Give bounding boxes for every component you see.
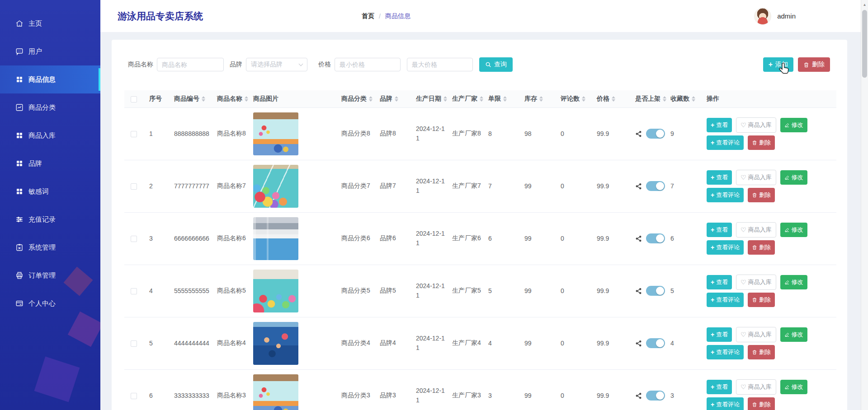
sidebar-item-home[interactable]: 主页	[0, 9, 100, 37]
share-icon[interactable]	[635, 235, 642, 242]
on-shelf-toggle[interactable]	[646, 129, 665, 139]
delete-row-button[interactable]: 删除	[748, 188, 775, 202]
brand-select[interactable]: 请选择品牌	[246, 58, 307, 71]
cell-date: 2024-12-11	[411, 160, 448, 212]
cell-index: 1	[145, 107, 170, 160]
max-price-input[interactable]	[407, 58, 473, 71]
sort-icon[interactable]	[663, 96, 666, 102]
edit-button[interactable]: 修改	[780, 118, 807, 132]
view-button[interactable]: +查看	[707, 170, 732, 185]
sidebar-item-brand[interactable]: 品牌	[0, 149, 100, 177]
share-icon[interactable]	[635, 183, 642, 190]
cell-favorites: 5	[666, 265, 702, 317]
sidebar-item-users[interactable]: 用户	[0, 37, 100, 65]
view-comments-button[interactable]: +查看评论	[707, 345, 744, 359]
on-shelf-toggle[interactable]	[646, 181, 665, 191]
min-price-input[interactable]	[335, 58, 401, 71]
trash-icon	[752, 245, 757, 250]
sidebar-item-product-info[interactable]: 商品信息	[0, 65, 100, 93]
delete-row-button[interactable]: 删除	[748, 293, 775, 307]
edit-button[interactable]: 修改	[780, 170, 807, 185]
sidebar-item-personal-center[interactable]: 个人中心	[0, 289, 100, 317]
sort-icon[interactable]	[582, 96, 585, 102]
edit-button[interactable]: 修改	[780, 223, 807, 237]
delete-row-button[interactable]: 删除	[748, 345, 775, 359]
view-button[interactable]: +查看	[707, 118, 732, 132]
view-button[interactable]: +查看	[707, 380, 732, 394]
sort-icon[interactable]	[369, 96, 373, 102]
sidebar-item-sensitive-words[interactable]: 敏感词	[0, 177, 100, 205]
cell-comments: 0	[556, 160, 592, 212]
batch-delete-button[interactable]: 删除	[798, 57, 830, 72]
table-row: 3 6666666666 商品名称6 商品分类6 品牌6 2024-12-11 …	[124, 212, 836, 265]
avatar[interactable]	[754, 8, 771, 25]
sort-icon[interactable]	[480, 96, 483, 102]
share-icon[interactable]	[635, 130, 642, 137]
scroll-up-icon[interactable]: ▲	[861, 0, 868, 7]
cell-comments: 0	[556, 212, 592, 265]
row-checkbox[interactable]	[131, 393, 137, 399]
sidebar-item-recharge-records[interactable]: 充值记录	[0, 205, 100, 233]
sort-icon[interactable]	[692, 96, 695, 102]
sidebar-item-product-category[interactable]: 商品分类	[0, 93, 100, 121]
row-checkbox[interactable]	[131, 183, 137, 190]
view-button[interactable]: +查看	[707, 327, 732, 342]
sidebar-item-label: 充值记录	[28, 215, 56, 224]
share-icon[interactable]	[635, 288, 642, 294]
name-filter-label: 商品名称	[128, 61, 153, 69]
view-comments-button[interactable]: +查看评论	[707, 188, 744, 202]
content-area: 商品名称 品牌 请选择品牌 价格 查询 + 添加	[100, 32, 868, 410]
stock-in-button[interactable]: ♡商品入库	[736, 117, 776, 133]
col-index: 序号	[145, 90, 170, 107]
select-all-checkbox[interactable]	[131, 96, 137, 102]
cell-on-shelf	[635, 286, 666, 296]
sidebar-item-system-management[interactable]: 系统管理	[0, 233, 100, 261]
stock-in-button[interactable]: ♡商品入库	[736, 327, 776, 342]
row-checkbox[interactable]	[131, 236, 137, 242]
view-comments-button[interactable]: +查看评论	[707, 135, 744, 150]
edit-button[interactable]: 修改	[780, 275, 807, 289]
sidebar-item-order-management[interactable]: 订单管理	[0, 261, 100, 289]
search-button[interactable]: 查询	[479, 57, 513, 72]
share-icon[interactable]	[635, 340, 642, 347]
scrollbar-thumb[interactable]	[862, 10, 867, 78]
grid-icon	[15, 159, 24, 168]
delete-row-button[interactable]: 删除	[748, 135, 775, 150]
share-icon[interactable]	[635, 392, 642, 399]
add-button[interactable]: + 添加	[763, 57, 793, 72]
breadcrumb-home-link[interactable]: 首页	[362, 12, 374, 20]
sort-icon[interactable]	[503, 96, 507, 102]
edit-button[interactable]: 修改	[780, 327, 807, 342]
row-checkbox[interactable]	[131, 340, 137, 347]
row-checkbox[interactable]	[131, 288, 137, 294]
on-shelf-toggle[interactable]	[646, 286, 665, 296]
sidebar-item-product-stock-in[interactable]: 商品入库	[0, 121, 100, 149]
grid-icon	[15, 187, 24, 196]
stock-in-button[interactable]: ♡商品入库	[736, 222, 776, 238]
on-shelf-toggle[interactable]	[646, 391, 665, 401]
row-checkbox[interactable]	[131, 131, 137, 137]
edit-icon	[784, 175, 790, 180]
view-comments-button[interactable]: +查看评论	[707, 240, 744, 255]
sort-icon[interactable]	[202, 96, 205, 102]
view-button[interactable]: +查看	[707, 223, 732, 237]
view-button[interactable]: +查看	[707, 275, 732, 289]
sort-icon[interactable]	[395, 96, 398, 102]
edit-button[interactable]: 修改	[780, 380, 807, 394]
on-shelf-toggle[interactable]	[646, 233, 665, 243]
sort-icon[interactable]	[539, 96, 543, 102]
on-shelf-toggle[interactable]	[646, 338, 665, 348]
name-filter-input[interactable]	[157, 58, 224, 71]
delete-row-button[interactable]: 删除	[748, 240, 775, 255]
view-comments-button[interactable]: +查看评论	[707, 397, 744, 410]
stock-in-button[interactable]: ♡商品入库	[736, 379, 776, 395]
sort-icon[interactable]	[245, 96, 248, 102]
view-comments-button[interactable]: +查看评论	[707, 293, 744, 307]
sort-icon[interactable]	[443, 96, 447, 102]
page-scrollbar[interactable]: ▲	[861, 0, 868, 410]
sidebar-item-label: 商品信息	[28, 75, 56, 84]
stock-in-button[interactable]: ♡商品入库	[736, 275, 776, 290]
stock-in-button[interactable]: ♡商品入库	[736, 170, 776, 185]
sort-icon[interactable]	[612, 96, 615, 102]
delete-row-button[interactable]: 删除	[748, 397, 775, 410]
